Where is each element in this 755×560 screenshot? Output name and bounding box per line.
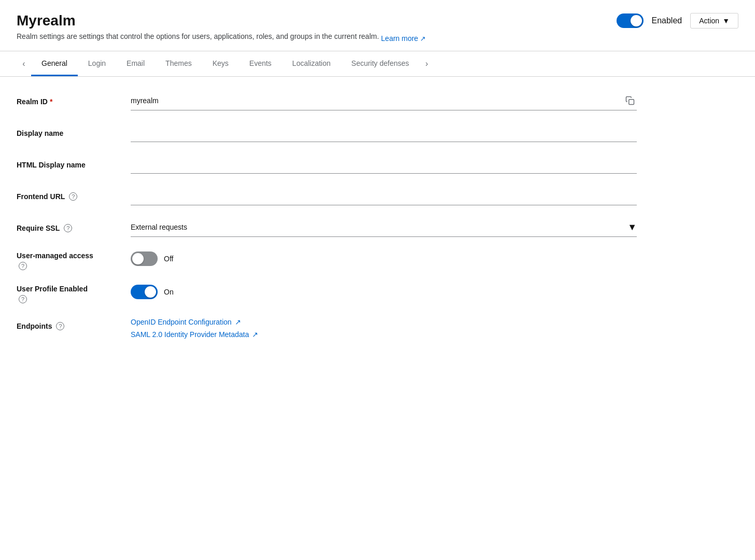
require-ssl-select[interactable]: External requests None All requests: [131, 220, 627, 234]
tabs-bar: ‹ General Login Email Themes Keys Events…: [0, 51, 755, 77]
require-ssl-control: External requests None All requests ▼: [131, 220, 637, 237]
html-display-name-control: [131, 157, 637, 174]
endpoints-help-icon[interactable]: ?: [56, 322, 64, 330]
header-actions: Enabled Action ▼: [617, 13, 739, 29]
saml-external-link-icon: ↗: [252, 330, 258, 339]
tab-email[interactable]: Email: [116, 52, 155, 76]
realm-id-row: Realm ID *: [17, 93, 637, 110]
realm-id-control: [131, 93, 637, 110]
user-managed-access-help-icon[interactable]: ?: [19, 262, 27, 270]
frontend-url-help-icon[interactable]: ?: [69, 192, 77, 201]
enabled-label: Enabled: [652, 16, 682, 25]
copy-button[interactable]: [623, 94, 637, 107]
tab-general[interactable]: General: [31, 52, 78, 76]
tab-next-arrow[interactable]: ›: [420, 51, 434, 76]
tab-themes[interactable]: Themes: [155, 52, 202, 76]
user-profile-enabled-row: User Profile Enabled ? On: [17, 285, 637, 303]
frontend-url-input[interactable]: [131, 188, 637, 203]
display-name-row: Display name: [17, 125, 637, 142]
realm-id-input[interactable]: [131, 93, 623, 108]
saml-endpoint-link[interactable]: SAML 2.0 Identity Provider Metadata ↗: [131, 330, 637, 339]
tab-localization[interactable]: Localization: [282, 52, 341, 76]
external-link-icon: ↗: [420, 35, 426, 43]
endpoints-row: Endpoints ? OpenID Endpoint Configuratio…: [17, 318, 637, 339]
user-profile-enabled-label: User Profile Enabled ?: [17, 285, 131, 303]
frontend-url-input-wrapper: [131, 188, 637, 205]
action-button-label: Action: [699, 17, 719, 25]
page-title: Myrealm: [17, 12, 76, 29]
svg-rect-0: [629, 100, 634, 105]
copy-icon: [625, 96, 635, 105]
html-display-name-input[interactable]: [131, 157, 637, 171]
display-name-control: [131, 125, 637, 142]
select-chevron-icon: ▼: [627, 222, 637, 233]
require-ssl-label: Require SSL ?: [17, 220, 131, 232]
endpoints-links: OpenID Endpoint Configuration ↗ SAML 2.0…: [131, 318, 637, 339]
tab-login[interactable]: Login: [78, 52, 116, 76]
tab-prev-arrow[interactable]: ‹: [17, 51, 31, 76]
require-ssl-select-wrapper: External requests None All requests ▼: [131, 220, 637, 237]
frontend-url-control: [131, 188, 637, 205]
user-profile-enabled-help-icon[interactable]: ?: [19, 295, 27, 303]
endpoints-label: Endpoints ?: [17, 318, 131, 330]
header-top-row: Myrealm Enabled Action ▼: [17, 12, 738, 29]
realm-id-input-wrapper: [131, 93, 637, 110]
header-subtitle: Realm settings are settings that control…: [17, 32, 379, 45]
endpoints-control: OpenID Endpoint Configuration ↗ SAML 2.0…: [131, 318, 637, 339]
frontend-url-row: Frontend URL ?: [17, 188, 637, 205]
display-name-input-wrapper: [131, 125, 637, 142]
required-indicator: *: [50, 97, 52, 106]
user-managed-access-value: Off: [164, 255, 173, 263]
user-managed-access-row: User-managed access ? Off: [17, 251, 637, 270]
realm-enabled-toggle[interactable]: [617, 13, 644, 28]
user-profile-enabled-toggle[interactable]: [131, 285, 158, 299]
user-managed-access-toggle[interactable]: [131, 251, 158, 266]
tab-events[interactable]: Events: [239, 52, 282, 76]
user-profile-enabled-toggle-control: On: [131, 285, 174, 299]
require-ssl-row: Require SSL ? External requests None All…: [17, 220, 637, 237]
action-chevron-icon: ▼: [722, 17, 730, 25]
require-ssl-help-icon[interactable]: ?: [64, 224, 72, 232]
tab-security-defenses[interactable]: Security defenses: [341, 52, 420, 76]
html-display-name-label: HTML Display name: [17, 157, 131, 169]
tab-keys[interactable]: Keys: [202, 52, 239, 76]
action-button[interactable]: Action ▼: [690, 13, 738, 29]
realm-id-label: Realm ID *: [17, 93, 131, 106]
display-name-input[interactable]: [131, 125, 637, 139]
openid-external-link-icon: ↗: [235, 318, 241, 326]
html-display-name-input-wrapper: [131, 157, 637, 174]
display-name-label: Display name: [17, 125, 131, 137]
form-content: Realm ID * Display name: [0, 77, 653, 370]
user-profile-enabled-value: On: [164, 288, 174, 296]
openid-endpoint-link[interactable]: OpenID Endpoint Configuration ↗: [131, 318, 637, 326]
html-display-name-row: HTML Display name: [17, 157, 637, 174]
user-managed-access-toggle-control: Off: [131, 251, 173, 266]
learn-more-link[interactable]: Learn more ↗: [381, 34, 426, 43]
user-managed-access-label: User-managed access ?: [17, 251, 131, 270]
page-header: Myrealm Enabled Action ▼ Realm settings …: [0, 0, 755, 51]
frontend-url-label: Frontend URL ?: [17, 188, 131, 201]
